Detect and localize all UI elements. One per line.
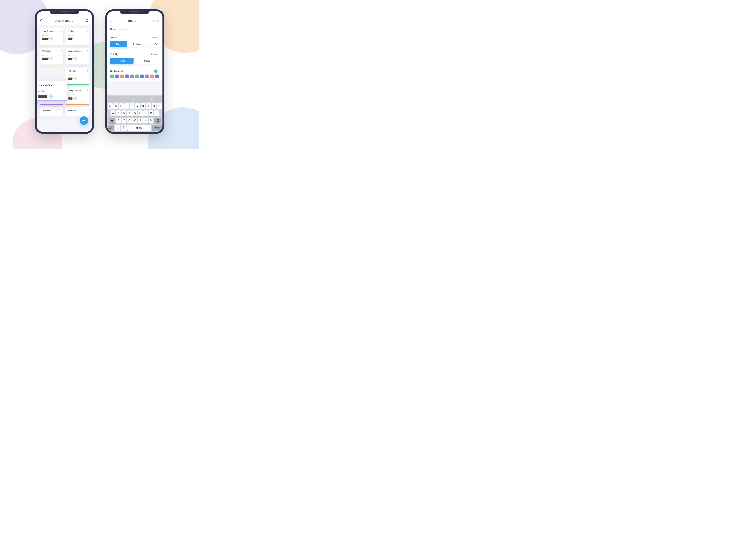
card-title: User Research [42,30,61,32]
keyboard-return-key[interactable]: return [152,125,162,131]
color-swatch[interactable] [140,75,144,78]
avatar [70,57,73,60]
board-grid[interactable]: User Research Member 9+ Sketch Member Wi… [37,25,92,132]
keyboard-shift-key[interactable] [109,117,115,124]
card-accent-bar [66,45,89,46]
background-row[interactable]: Background › [107,67,162,75]
keyboard-key[interactable]: T [130,103,134,109]
keyboard-key[interactable]: G [132,110,137,116]
keyboard-key[interactable]: U [141,103,145,109]
more-dots-icon[interactable] [61,30,62,32]
keyboard-key[interactable]: C [127,117,132,124]
color-swatch[interactable] [115,75,119,78]
keyboard-backspace-key[interactable] [154,117,161,124]
keyboard-key[interactable]: O [152,103,156,109]
keyboard-mic-key[interactable] [121,125,127,131]
keyboard-key[interactable]: D [122,110,126,116]
option-pill[interactable]: TechCare [129,41,146,47]
more-dots-icon[interactable] [87,109,88,111]
keyboard-key[interactable]: Q [108,103,113,109]
add-board-fab[interactable] [80,116,88,125]
board-card[interactable]: Design Manual Member 2+ [66,87,89,105]
keyboard-key[interactable]: S [116,110,121,116]
keyboard-key[interactable]: Y [135,103,140,109]
more-dots-icon[interactable] [87,70,88,72]
background-label: Background [110,70,123,72]
keyboard-key[interactable]: P [157,103,162,109]
keyboard-key[interactable]: Z [116,117,121,124]
option-pill[interactable]: Private [110,58,133,64]
color-swatch[interactable] [135,75,139,78]
keyboard-key[interactable]: B [138,117,143,124]
more-dots-icon[interactable] [65,83,66,85]
more-dots-icon[interactable] [87,89,88,91]
keyboard-key[interactable]: W [113,103,118,109]
color-swatch[interactable] [125,75,129,78]
keyboard-key[interactable]: A [111,110,115,116]
card-accent-bar [66,104,89,105]
keyboard-emoji-key[interactable]: ☺ [114,125,120,131]
board-card[interactable]: Resource [66,107,89,116]
avatar-stack: 2+ [68,97,87,100]
teams-row[interactable]: Teams (none)› [107,33,162,41]
keyboard-suggestion[interactable]: I [108,96,126,102]
color-swatch[interactable] [155,75,159,78]
search-button[interactable] [85,19,89,23]
board-card[interactable]: Wireframe Member 9+ [40,48,63,65]
color-swatch[interactable] [130,75,134,78]
keyboard-key[interactable]: F [127,110,132,116]
board-card-elevated[interactable]: User Interface Member 2+ [37,81,67,101]
keyboard[interactable]: ItheI'm QWERTYUIOP ASDFGHJKL ZXCVBNM 123… [107,95,162,132]
more-dots-icon[interactable] [61,109,62,111]
keyboard-key[interactable]: N [143,117,148,124]
card-member-label: Member [68,34,87,36]
avatar-stack [68,37,87,40]
card-accent-bar [40,45,63,46]
board-card[interactable]: Sketch Member [66,28,89,46]
keyboard-suggestions[interactable]: ItheI'm [108,96,162,102]
more-dots-icon[interactable] [87,30,88,32]
color-swatch[interactable] [150,75,154,78]
keyboard-key[interactable]: R [124,103,129,109]
avatar [46,37,49,41]
create-button[interactable]: Create [152,20,159,23]
more-dots-icon[interactable] [61,50,62,52]
option-pill[interactable]: Public [135,58,159,64]
card-member-label: Member [68,54,87,56]
teams-value: (none) [152,36,157,38]
board-card[interactable]: User Flow [40,107,63,116]
keyboard-key[interactable]: J [143,110,148,116]
board-card[interactable]: User Experience Member 7+ [66,48,89,65]
color-swatch[interactable] [145,75,149,78]
keyboard-key[interactable]: H [138,110,143,116]
keyboard-key[interactable]: L [154,110,159,116]
phone-create-board: Board Create Name New Board Teams (none)… [105,9,164,134]
keyboard-key[interactable]: I [146,103,151,109]
card-title: Sketch [68,30,87,32]
keyboard-suggestion[interactable]: the [126,96,144,102]
avatar [70,97,73,100]
keyboard-suggestion[interactable]: I'm [144,96,162,102]
keyboard-key[interactable]: M [149,117,153,124]
chevron-left-icon [110,19,112,23]
color-swatch[interactable] [120,75,124,78]
keyboard-key[interactable]: K [149,110,153,116]
keyboard-key[interactable]: V [132,117,137,124]
keyboard-key[interactable]: E [119,103,124,109]
name-row[interactable]: Name New Board [107,25,162,33]
back-button[interactable] [40,19,42,23]
option-pill[interactable]: Fr [148,41,162,47]
avatar-count-badge: 2+ [74,77,77,80]
board-card[interactable]: Prototype Member 2+ [66,68,89,85]
option-pill[interactable]: None [110,41,127,47]
color-swatch[interactable] [110,75,114,78]
avatar-count-badge: 2+ [49,94,54,99]
keyboard-key[interactable]: X [122,117,126,124]
keyboard-space-key[interactable]: space [127,125,151,131]
name-input[interactable]: New Board [119,28,129,30]
back-button[interactable] [110,19,112,23]
keyboard-numeric-key[interactable]: 123 [108,125,114,131]
more-dots-icon[interactable] [87,50,88,52]
board-card[interactable]: User Research Member 9+ [40,28,63,46]
visibility-row[interactable]: Visibility Private› [107,50,162,58]
